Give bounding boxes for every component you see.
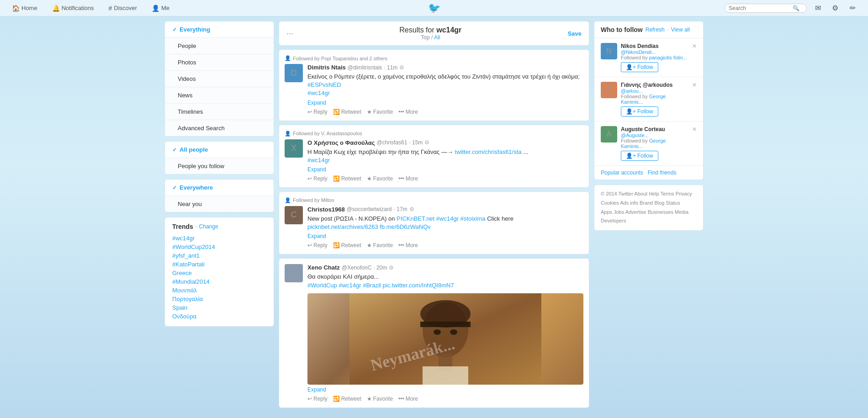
tweet-3-hashtag2[interactable]: #stoixima: [460, 215, 486, 222]
tweet-3-name[interactable]: Christos1968: [307, 206, 345, 213]
wtf-refresh-link[interactable]: Refresh: [646, 26, 665, 33]
tweet-2-name[interactable]: Ο Χρήστος ο Φασούλας: [307, 139, 375, 146]
trend-5[interactable]: Greece: [172, 269, 266, 277]
wtf-user-2-close-button[interactable]: ✕: [692, 82, 697, 88]
sidebar-item-people[interactable]: People: [165, 38, 274, 54]
tweet-3-link3[interactable]: fb.me/6D6zWaNQv: [380, 223, 431, 230]
tweet-1-favorite[interactable]: ★ Favorite: [367, 109, 393, 115]
tweet-4-gear-icon[interactable]: ⚙: [389, 265, 394, 271]
wtf-user-3-handle[interactable]: @Auguste...: [621, 132, 688, 138]
tweet-2-expand[interactable]: Expand: [307, 166, 583, 173]
search-input[interactable]: [729, 5, 793, 11]
tweet-4-retweet[interactable]: 🔁 Retweet: [333, 396, 361, 402]
settings-button[interactable]: ⚙: [829, 2, 842, 15]
tweet-4-favorite[interactable]: ★ Favorite: [367, 396, 393, 402]
trend-6[interactable]: #Mundial2014: [172, 277, 266, 286]
footer-terms[interactable]: Terms: [661, 191, 674, 196]
footer-status[interactable]: Status: [666, 200, 680, 206]
wtf-user-1-handle[interactable]: @NikosDendi...: [621, 49, 688, 55]
search-box[interactable]: 🔍: [725, 4, 807, 13]
footer-blog[interactable]: Blog: [654, 200, 664, 206]
footer-apps[interactable]: Apps: [601, 209, 612, 215]
sidebar-item-photos[interactable]: Photos: [165, 54, 274, 71]
sidebar-item-timelines[interactable]: Timelines: [165, 104, 274, 120]
tweet-2-retweet[interactable]: 🔁 Retweet: [333, 175, 361, 182]
tweet-3-retweet[interactable]: 🔁 Retweet: [333, 242, 361, 249]
tweet-1-hashtag2[interactable]: #wc14gr: [307, 90, 330, 96]
wtf-user-3-name[interactable]: Auguste Corteau: [621, 126, 688, 132]
sidebar-item-near-you[interactable]: Near you: [165, 196, 274, 212]
tab-all[interactable]: All: [434, 34, 440, 41]
sidebar-item-videos[interactable]: Videos: [165, 71, 274, 87]
popular-accounts-link[interactable]: Popular accounts: [601, 169, 643, 176]
tweet-4-image[interactable]: Neymarák...: [307, 293, 583, 385]
tab-top[interactable]: Top: [421, 34, 429, 41]
tweet-2-hashtag[interactable]: #wc14gr: [307, 157, 330, 164]
tweet-4-link[interactable]: pic.twitter.com/InhtQI8mN7: [383, 282, 454, 289]
sidebar-item-everything[interactable]: ✓ Everything: [165, 21, 274, 38]
footer-privacy[interactable]: Privacy: [676, 191, 692, 196]
tweet-3-link1[interactable]: PICKnBET.net: [397, 215, 434, 222]
wtf-user-2-name[interactable]: Γιάννης @arkoudos: [621, 82, 688, 88]
tweet-3-handle[interactable]: @soccerbetwizard: [347, 206, 392, 212]
tweet-3-hashtag1[interactable]: #wc14gr: [436, 215, 459, 222]
mail-button[interactable]: ✉: [811, 2, 824, 15]
sidebar-item-people-you-follow[interactable]: People you follow: [165, 158, 274, 174]
save-button[interactable]: Save: [568, 30, 582, 37]
tweet-4-hashtag3[interactable]: #Brazil: [363, 282, 381, 289]
tweet-2-gear-icon[interactable]: ⚙: [424, 139, 429, 146]
tweet-2-handle[interactable]: @chrisfas61: [376, 139, 407, 146]
tweet-3-link2[interactable]: picknbet.net/archives/6263: [307, 223, 378, 230]
tweet-2-reply[interactable]: ↩ Reply: [307, 175, 328, 182]
trends-change-button[interactable]: · Change: [196, 223, 218, 230]
tweet-3-more[interactable]: ••• More: [398, 242, 418, 249]
trend-8[interactable]: Πορτογαλία: [172, 295, 266, 303]
tweet-3-expand[interactable]: Expand: [307, 233, 583, 239]
footer-cookies[interactable]: Cookies: [601, 200, 619, 206]
tweet-1-gear-icon[interactable]: ⚙: [399, 64, 404, 71]
nav-me[interactable]: 👤 Me: [149, 3, 172, 14]
tweet-4-handle[interactable]: @XenofonC: [342, 265, 372, 271]
trend-7[interactable]: Μουντιάλ: [172, 286, 266, 295]
tweet-1-handle[interactable]: @dimitrisntais: [348, 64, 382, 71]
wtf-user-1-followed-name[interactable]: panagiotis fotin...: [649, 55, 687, 60]
tweet-3-gear-icon[interactable]: ⚙: [409, 206, 414, 212]
wtf-user-2-handle[interactable]: @arkou...: [621, 88, 688, 94]
tweet-4-name[interactable]: Xeno Chatz: [307, 264, 340, 271]
wtf-user-1-close-button[interactable]: ✕: [692, 43, 697, 49]
sidebar-item-advanced-search[interactable]: Advanced Search: [165, 120, 274, 136]
sidebar-item-all-people[interactable]: ✓ All people: [165, 142, 274, 158]
tweet-1-retweet[interactable]: 🔁 Retweet: [333, 109, 361, 115]
trend-3[interactable]: #yfsf_ant1: [172, 251, 266, 260]
trend-2[interactable]: #WorldCup2014: [172, 243, 266, 251]
sidebar-item-everywhere[interactable]: ✓ Everywhere: [165, 180, 274, 196]
footer-about[interactable]: About: [634, 191, 647, 196]
tweet-3-reply[interactable]: ↩ Reply: [307, 242, 328, 249]
find-friends-link[interactable]: Find friends: [648, 169, 677, 176]
wtf-user-1-follow-button[interactable]: 👤+ Follow: [621, 62, 658, 72]
footer-advertise[interactable]: Advertise: [625, 209, 646, 215]
wtf-user-3-close-button[interactable]: ✕: [692, 126, 697, 132]
tweet-4-hashtag1[interactable]: #WorldCup: [307, 282, 337, 289]
tweet-4-expand[interactable]: Expand: [307, 386, 583, 393]
trend-9[interactable]: Spain: [172, 303, 266, 312]
footer-jobs[interactable]: Jobs: [614, 209, 624, 215]
tweet-2-link[interactable]: twitter.com/chrisfas61/sta: [455, 148, 522, 155]
sidebar-item-news[interactable]: News: [165, 87, 274, 104]
trend-4[interactable]: #KatoPartali: [172, 260, 266, 269]
footer-ads-info[interactable]: Ads info: [620, 200, 638, 206]
footer-businesses[interactable]: Businesses: [648, 209, 673, 215]
wtf-user-3-follow-button[interactable]: 👤+ Follow: [621, 151, 658, 161]
footer-developers[interactable]: Developers: [601, 218, 626, 223]
footer-help[interactable]: Help: [649, 191, 659, 196]
wtf-view-all-link[interactable]: View all: [671, 26, 690, 33]
tweet-1-hashtag1[interactable]: #ESPvsNED: [307, 81, 341, 88]
tweet-2-favorite[interactable]: ★ Favorite: [367, 175, 393, 182]
nav-home[interactable]: 🏠 Home: [9, 3, 40, 14]
tweet-2-more[interactable]: ••• More: [398, 175, 418, 182]
tweet-4-more[interactable]: ••• More: [398, 396, 418, 402]
tweet-4-reply[interactable]: ↩ Reply: [307, 396, 328, 402]
wtf-user-1-name[interactable]: Nikos Dendias: [621, 43, 688, 49]
three-dots-button[interactable]: ···: [286, 29, 293, 38]
trend-1[interactable]: #wc14gr: [172, 234, 266, 243]
